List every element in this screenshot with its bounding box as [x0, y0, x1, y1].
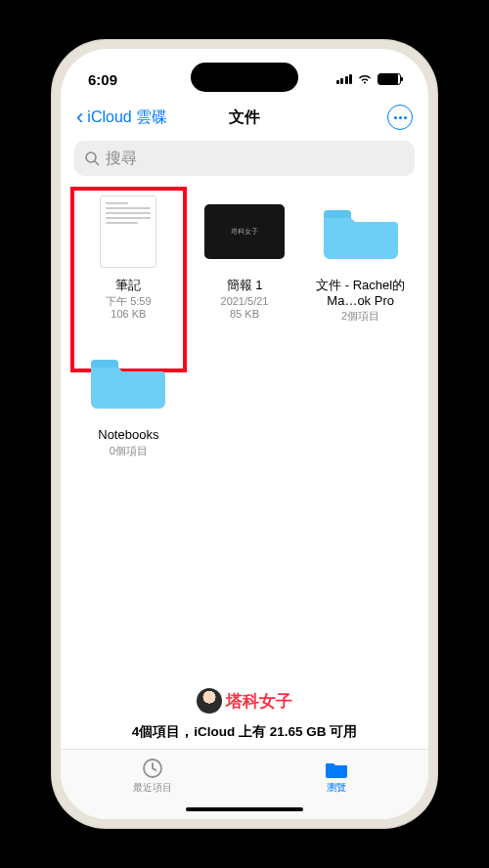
more-button[interactable]	[387, 105, 413, 130]
home-indicator[interactable]	[186, 807, 303, 811]
file-item-folder-notebooks[interactable]: Notebooks 0個項目	[74, 341, 183, 457]
status-time: 6:09	[88, 71, 117, 88]
notch	[191, 63, 298, 92]
file-grid: 筆記 下午 5:59 106 KB 塔科女子 簡報 1 2021/5/21 85…	[61, 186, 428, 682]
file-meta: 下午 5:59	[106, 295, 151, 309]
file-item-folder-documents[interactable]: 文件 - Rachel的Ma…ok Pro 2個項目	[306, 192, 415, 324]
document-icon	[100, 195, 156, 268]
ellipsis-icon	[394, 116, 407, 119]
search-icon	[84, 151, 100, 166]
file-name: 簡報 1	[227, 278, 263, 293]
wifi-icon	[357, 73, 373, 85]
svg-line-1	[95, 161, 99, 165]
status-indicators	[336, 73, 402, 85]
back-button[interactable]: ‹ iCloud 雲碟	[76, 105, 167, 130]
tab-label: 瀏覽	[327, 781, 346, 795]
back-label: iCloud 雲碟	[87, 108, 167, 128]
file-name: 筆記	[115, 278, 141, 293]
keynote-icon: 塔科女子	[204, 204, 285, 259]
file-size: 106 KB	[111, 308, 146, 322]
file-name: Notebooks	[98, 427, 158, 443]
file-meta: 2021/5/21	[221, 295, 269, 309]
folder-icon	[322, 202, 400, 261]
watermark-avatar-icon	[197, 688, 222, 714]
file-item-keynote[interactable]: 塔科女子 簡報 1 2021/5/21 85 KB	[191, 192, 299, 324]
phone-screen: 6:09 ‹ iCloud 雲碟 文件 搜尋	[61, 49, 428, 819]
nav-bar: ‹ iCloud 雲碟 文件	[61, 96, 428, 139]
folder-icon	[89, 352, 167, 411]
chevron-left-icon: ‹	[76, 105, 83, 130]
file-size: 85 KB	[230, 308, 259, 322]
page-title: 文件	[229, 108, 260, 128]
file-name: 文件 - Rachel的Ma…ok Pro	[307, 278, 415, 308]
storage-status: 4個項目，iCloud 上有 21.65 GB 可用	[61, 721, 428, 749]
clock-icon	[140, 758, 165, 779]
phone-frame: 6:09 ‹ iCloud 雲碟 文件 搜尋	[51, 39, 438, 829]
battery-icon	[378, 73, 401, 85]
folder-tab-icon	[324, 758, 349, 779]
watermark: 塔科女子	[61, 682, 428, 721]
search-placeholder: 搜尋	[106, 149, 137, 169]
search-input[interactable]: 搜尋	[74, 141, 415, 176]
tab-label: 最近項目	[133, 781, 172, 795]
signal-icon	[336, 74, 353, 84]
footer: 塔科女子 4個項目，iCloud 上有 21.65 GB 可用 最近項目 瀏覽	[61, 682, 428, 819]
file-meta: 2個項目	[341, 310, 379, 324]
file-meta: 0個項目	[110, 445, 148, 458]
watermark-text: 塔科女子	[226, 690, 292, 713]
file-item-notes[interactable]: 筆記 下午 5:59 106 KB	[74, 192, 183, 324]
